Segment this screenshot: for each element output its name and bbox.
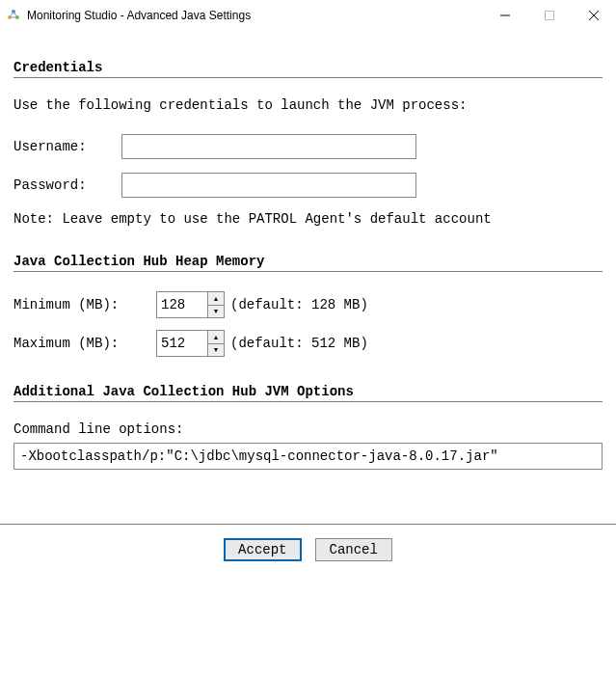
password-row: Password: — [13, 173, 603, 198]
heap-min-up-button[interactable]: ▲ — [208, 292, 224, 306]
svg-line-4 — [13, 12, 17, 17]
heap-max-row: Maximum (MB): ▲ ▼ (default: 512 MB) — [13, 330, 603, 357]
divider — [13, 77, 603, 78]
cmd-options-input[interactable] — [13, 443, 603, 470]
titlebar: Monitoring Studio - Advanced Java Settin… — [0, 0, 616, 31]
heap-min-label: Minimum (MB): — [13, 297, 156, 312]
credentials-note: Note: Leave empty to use the PATROL Agen… — [13, 211, 603, 227]
maximize-button — [527, 0, 572, 31]
heap-min-default: (default: 128 MB) — [230, 297, 368, 312]
svg-rect-7 — [546, 12, 554, 20]
heap-min-stepper: ▲ ▼ — [207, 292, 224, 317]
window-controls — [483, 0, 616, 31]
heap-min-down-button[interactable]: ▼ — [208, 306, 224, 318]
username-label: Username: — [13, 139, 121, 154]
svg-line-3 — [10, 12, 13, 17]
heap-min-spinner: ▲ ▼ — [156, 291, 225, 318]
heap-max-input[interactable] — [157, 331, 207, 356]
credentials-header: Credentials — [13, 60, 603, 75]
heap-max-down-button[interactable]: ▼ — [208, 344, 224, 357]
password-label: Password: — [13, 177, 121, 193]
window-title: Monitoring Studio - Advanced Java Settin… — [27, 9, 483, 22]
heap-max-up-button[interactable]: ▲ — [208, 331, 224, 344]
cancel-button[interactable]: Cancel — [315, 538, 392, 561]
accept-button[interactable]: Accept — [224, 538, 301, 561]
close-button[interactable] — [572, 0, 616, 31]
heap-max-default: (default: 512 MB) — [230, 336, 368, 351]
username-input[interactable] — [121, 134, 416, 159]
app-icon — [6, 8, 21, 23]
heap-min-row: Minimum (MB): ▲ ▼ (default: 128 MB) — [13, 291, 603, 318]
heap-max-spinner: ▲ ▼ — [156, 330, 225, 357]
footer: Accept Cancel — [0, 525, 616, 575]
heap-max-label: Maximum (MB): — [13, 336, 156, 351]
cmd-options-label: Command line options: — [13, 421, 603, 437]
divider — [13, 401, 603, 402]
username-row: Username: — [13, 134, 603, 159]
jvm-options-header: Additional Java Collection Hub JVM Optio… — [13, 384, 603, 399]
heap-min-input[interactable] — [157, 292, 207, 317]
heap-max-stepper: ▲ ▼ — [207, 331, 224, 356]
password-input[interactable] — [121, 173, 416, 198]
divider — [13, 271, 603, 272]
minimize-button[interactable] — [483, 0, 527, 31]
heap-header: Java Collection Hub Heap Memory — [13, 254, 603, 269]
content-area: Credentials Use the following credential… — [0, 31, 616, 470]
credentials-lead: Use the following credentials to launch … — [13, 97, 603, 113]
